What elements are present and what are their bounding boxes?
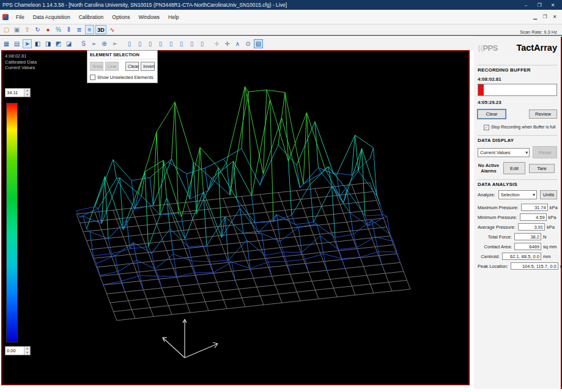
menu-calibration[interactable]: Calibration — [75, 12, 108, 22]
layout-3-icon[interactable]: ▯ — [146, 39, 155, 48]
popup-buttons: AreaLineClearInvert — [87, 59, 157, 72]
spin-down-icon[interactable]: ▼ — [24, 93, 30, 97]
units-button[interactable]: Units — [540, 190, 557, 199]
recording-buffer-header: RECORDING BUFFER — [478, 65, 557, 73]
window-title: PPS Chameleon 1.14.3.58 - [North Carolin… — [2, 2, 519, 8]
analyze-label: Analyze: — [478, 192, 495, 198]
stat-unit: mm — [541, 254, 557, 259]
stat-label: Centroid: — [478, 254, 502, 259]
buffer-fill — [478, 84, 484, 95]
probe-tool-icon[interactable]: ➢ — [89, 39, 98, 48]
main-toolbar: ▢▣⇪↻●%Ⅱ≣≡3D∿ — [0, 24, 562, 36]
save-icon[interactable]: ▣ — [12, 25, 21, 34]
menu-data-acquisition[interactable]: Data Acquisition — [29, 12, 75, 22]
stat-value: 4.59 — [520, 213, 547, 221]
mdi-minimize-button[interactable]: ▁ — [530, 14, 540, 20]
clear-buffer-button[interactable]: Clear — [478, 109, 506, 119]
edit-alarms-button[interactable]: Edit — [503, 162, 525, 174]
display-mode-select[interactable]: Current Values — [478, 148, 530, 157]
pps-logo: ⟨⟨PPS — [478, 43, 498, 53]
stat-row: Maximum Pressure:31.74kPa — [478, 204, 557, 211]
view-3d-button[interactable]: 3D — [95, 25, 106, 34]
restore-button[interactable]: ❐ — [533, 2, 546, 8]
calibrate-icon[interactable]: % — [54, 25, 63, 34]
crosshair-icon[interactable]: ✛ — [223, 39, 232, 48]
app-icon — [2, 14, 9, 20]
colorbar-min-value: 0.00 — [6, 348, 24, 353]
mdi-close-button[interactable]: ✕ — [550, 14, 560, 20]
menu-help[interactable]: Help — [164, 12, 183, 22]
stat-value: 6469 — [514, 243, 541, 250]
layout-4-icon[interactable]: ▯ — [156, 39, 165, 48]
data-analysis-header: DATA ANALYSIS — [478, 179, 557, 187]
colorbar-min-spinbox[interactable]: 0.00 ▲▼ — [5, 346, 31, 355]
buffer-time-current: 4:08:02.81 — [478, 76, 557, 82]
layout-7-icon[interactable]: ▯ — [187, 39, 196, 48]
scan-rate-label: Scan Rate: 9.3 Hz — [520, 29, 557, 35]
spinner-buttons[interactable]: ▲▼ — [24, 347, 30, 355]
spinner-buttons[interactable]: ▲▼ — [24, 89, 30, 97]
popup-title: ELEMENT SELECTION — [87, 51, 157, 59]
move-icon[interactable]: ✛ — [212, 39, 221, 48]
stat-unit: N — [541, 234, 557, 240]
menu-options[interactable]: Options — [108, 12, 134, 22]
layout-5-icon[interactable]: ▯ — [166, 39, 176, 48]
stat-row: Contact Area:6469sq mm — [478, 243, 557, 250]
review-button[interactable]: Review — [529, 109, 557, 119]
show-unselected-checkbox[interactable] — [90, 75, 95, 80]
copy-frame-icon[interactable]: ▤ — [12, 39, 21, 48]
visualization-canvas[interactable]: 4:08:02.81 Calibrated Data Current Value… — [1, 50, 470, 385]
clear-button[interactable]: Clear — [125, 62, 139, 71]
buffer-progress-bar — [478, 84, 557, 96]
export-icon[interactable]: ⇪ — [23, 25, 32, 34]
peak-icon[interactable]: ∧ — [233, 39, 242, 48]
zoom-icon[interactable]: ⊙ — [243, 39, 253, 48]
stop-recording-checkbox[interactable] — [484, 125, 489, 130]
record-icon[interactable]: ● — [43, 25, 53, 34]
pick-tool-icon[interactable]: ➣ — [110, 39, 119, 48]
title-bar: PPS Chameleon 1.14.3.58 - [North Carolin… — [0, 0, 562, 10]
colorbar-max-value: 34.11 — [6, 90, 24, 95]
line-button: Line — [105, 62, 119, 71]
area-button: Area — [90, 62, 103, 71]
spin-down-icon[interactable]: ▼ — [24, 351, 30, 355]
stat-value: 104.5, 115.7, 0.0 — [511, 262, 558, 270]
layout-1-icon[interactable]: ▯ — [125, 39, 134, 48]
pan-view-icon[interactable]: ◧ — [33, 39, 42, 48]
list-view-icon[interactable]: ≡ — [85, 25, 94, 34]
analyze-select[interactable]: Selection — [498, 190, 537, 199]
tare-button[interactable]: Tare — [529, 164, 555, 173]
stat-unit: kPa — [547, 215, 562, 220]
plot-icon[interactable]: ∿ — [108, 25, 117, 34]
stat-value: 3.91 — [518, 223, 545, 231]
minimize-button[interactable]: – — [519, 2, 533, 8]
save-frame-icon[interactable]: ▦ — [2, 39, 11, 48]
layout-8-icon[interactable]: ▯ — [198, 39, 207, 48]
rotate-tool-icon[interactable]: ⊕ — [100, 39, 109, 48]
canvas-status-text: 4:08:02.81 Calibrated Data Current Value… — [5, 53, 37, 71]
close-button[interactable]: ✕ — [546, 2, 560, 8]
menu-file[interactable]: File — [12, 12, 29, 22]
stat-unit: mm — [558, 264, 562, 269]
page-right-icon[interactable]: ◪ — [64, 39, 73, 48]
columns-view-icon[interactable]: Ⅱ — [64, 25, 73, 34]
curve-tool-icon[interactable]: S — [79, 39, 88, 48]
element-selection-popup: ELEMENT SELECTION AreaLineClearInvert Sh… — [87, 50, 158, 83]
rows-view-icon[interactable]: ≣ — [75, 25, 84, 34]
element-selection-icon[interactable]: ▧ — [254, 39, 263, 48]
page-left-icon[interactable]: ◩ — [54, 39, 63, 48]
mdi-restore-button[interactable]: ❐ — [540, 14, 550, 20]
alarm-status-text: No Active Alarms — [478, 163, 500, 174]
control-panel: ⟨⟨PPS TactArray RECORDING BUFFER 4:08:02… — [474, 37, 562, 389]
menu-windows[interactable]: Windows — [135, 12, 164, 22]
pointer-tool-icon[interactable]: ➤ — [23, 39, 32, 48]
fit-view-icon[interactable]: ◨ — [43, 39, 53, 48]
colorbar-max-spinbox[interactable]: 34.11 ▲▼ — [5, 88, 31, 97]
layout-2-icon[interactable]: ▯ — [135, 39, 144, 48]
stat-row: Total Force:38.2N — [478, 233, 557, 240]
new-file-icon[interactable]: ▢ — [2, 25, 11, 34]
layout-6-icon[interactable]: ▯ — [177, 39, 186, 48]
menu-bar-items: FileData AcquisitionCalibrationOptionsWi… — [12, 12, 183, 22]
refresh-icon[interactable]: ↻ — [33, 25, 42, 34]
invert-button[interactable]: Invert — [141, 62, 155, 71]
